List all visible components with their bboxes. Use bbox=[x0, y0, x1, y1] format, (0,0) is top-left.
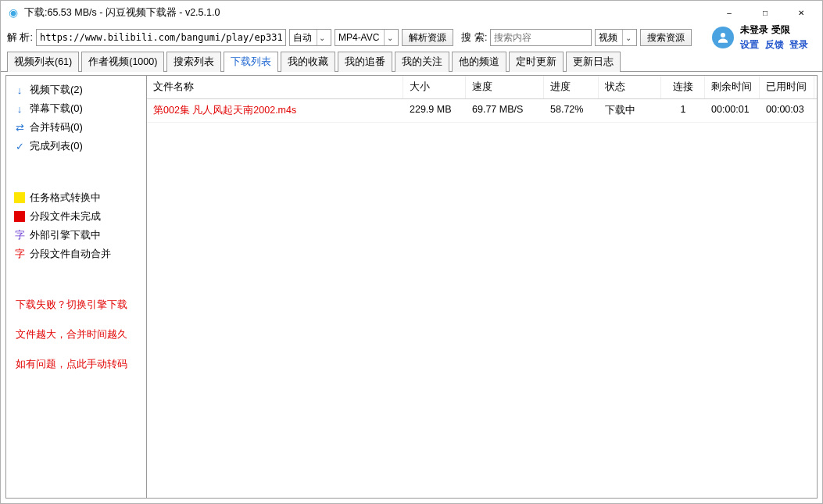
tab[interactable]: 下载列表 bbox=[224, 52, 278, 72]
sidebar-item-label: 弹幕下载(0) bbox=[30, 102, 83, 116]
sidebar: ↓视频下载(2)↓弹幕下载(0)⇄合并转码(0)✓完成列表(0) 任务格式转换中… bbox=[6, 76, 147, 498]
legend-char-icon: 字 bbox=[14, 248, 25, 259]
chevron-down-icon: ⌄ bbox=[384, 30, 398, 45]
cell-status: 下载中 bbox=[599, 99, 661, 122]
tab[interactable]: 我的追番 bbox=[338, 52, 392, 72]
legend-label: 外部引擎下载中 bbox=[30, 228, 101, 242]
cell-speed: 69.77 MB/S bbox=[466, 99, 544, 122]
parse-label: 解 析: bbox=[7, 31, 33, 45]
legend-label: 分段文件自动合并 bbox=[30, 247, 111, 261]
chevron-down-icon: ⌄ bbox=[622, 30, 636, 45]
login-link[interactable]: 登录 bbox=[789, 39, 808, 50]
col-header-size[interactable]: 大小 bbox=[403, 76, 466, 98]
sidebar-item[interactable]: ↓视频下载(2) bbox=[9, 80, 143, 99]
legend-item: 任务格式转换中 bbox=[9, 188, 143, 207]
arrow-icon: ↓ bbox=[14, 84, 25, 95]
search-label: 搜 索: bbox=[461, 31, 487, 45]
sidebar-item[interactable]: ✓完成列表(0) bbox=[9, 137, 143, 155]
app-window: ◉ 下载:65.53 MB/s - 闪豆视频下载器 - v2.5.1.0 – □… bbox=[0, 0, 823, 504]
tab[interactable]: 我的收藏 bbox=[281, 52, 335, 72]
search-button[interactable]: 搜索资源 bbox=[640, 29, 692, 46]
main-toolbar: 解 析: 自动⌄ MP4-AVC⌄ 解析资源 搜 索: 视频⌄ 搜索资源 未登录… bbox=[1, 24, 822, 51]
search-input[interactable] bbox=[490, 29, 592, 46]
sidebar-item[interactable]: ↓弹幕下载(0) bbox=[9, 99, 143, 118]
arrow-icon: ↓ bbox=[14, 103, 25, 114]
col-header-used[interactable]: 已用时间 bbox=[760, 76, 814, 98]
cell-name: 第002集 凡人风起天南2002.m4s bbox=[147, 99, 403, 122]
sidebar-item[interactable]: ⇄合并转码(0) bbox=[9, 118, 143, 137]
col-header-conn[interactable]: 连接 bbox=[661, 76, 705, 98]
tip-link[interactable]: 如有问题，点此手动转码 bbox=[9, 356, 143, 373]
cell-size: 229.9 MB bbox=[403, 99, 466, 122]
mode-select[interactable]: 自动⌄ bbox=[289, 29, 331, 46]
sidebar-item-label: 完成列表(0) bbox=[30, 139, 83, 153]
svg-point-0 bbox=[721, 33, 725, 38]
cell-progress: 58.72% bbox=[544, 99, 599, 122]
legend-label: 分段文件未完成 bbox=[30, 209, 101, 223]
sidebar-item-label: 视频下载(2) bbox=[30, 83, 83, 97]
legend-color-icon bbox=[14, 211, 25, 222]
content-area: ↓视频下载(2)↓弹幕下载(0)⇄合并转码(0)✓完成列表(0) 任务格式转换中… bbox=[5, 75, 818, 499]
table-row[interactable]: 第002集 凡人风起天南2002.m4s229.9 MB69.77 MB/S58… bbox=[147, 99, 817, 123]
chevron-down-icon: ⌄ bbox=[317, 30, 331, 45]
format-select[interactable]: MP4-AVC⌄ bbox=[335, 29, 399, 46]
legend-item: 分段文件未完成 bbox=[9, 207, 143, 226]
tab[interactable]: 定时更新 bbox=[509, 52, 564, 72]
table-header: 文件名称 大小 速度 进度 状态 连接 剩余时间 已用时间 bbox=[147, 76, 817, 99]
cell-remain: 00:00:01 bbox=[705, 99, 760, 122]
tip-link[interactable]: 文件越大，合并时间越久 bbox=[9, 326, 143, 343]
user-area: 未登录 受限 设置 反馈 登录 bbox=[712, 23, 816, 52]
sidebar-item-label: 合并转码(0) bbox=[30, 120, 83, 134]
tab[interactable]: 我的关注 bbox=[395, 52, 449, 72]
cell-used: 00:00:03 bbox=[760, 99, 814, 122]
close-button[interactable]: ✕ bbox=[783, 1, 819, 24]
legend-item: 字分段文件自动合并 bbox=[9, 245, 143, 263]
arrow-icon: ✓ bbox=[14, 141, 25, 152]
settings-link[interactable]: 设置 bbox=[740, 39, 759, 50]
col-header-status[interactable]: 状态 bbox=[599, 76, 661, 98]
login-status: 未登录 受限 bbox=[740, 23, 789, 37]
tab[interactable]: 他的频道 bbox=[452, 52, 506, 72]
parse-button[interactable]: 解析资源 bbox=[402, 29, 453, 46]
user-icon bbox=[716, 30, 730, 45]
maximize-button[interactable]: □ bbox=[747, 1, 783, 24]
feedback-link[interactable]: 反馈 bbox=[765, 39, 784, 50]
col-header-progress[interactable]: 进度 bbox=[544, 76, 599, 98]
window-title: 下载:65.53 MB/s - 闪豆视频下载器 - v2.5.1.0 bbox=[24, 6, 220, 20]
legend-color-icon bbox=[14, 192, 25, 203]
tip-link[interactable]: 下载失败？切换引擎下载 bbox=[9, 296, 143, 313]
legend-char-icon: 字 bbox=[14, 230, 25, 241]
legend-label: 任务格式转换中 bbox=[30, 191, 101, 205]
title-bar: ◉ 下载:65.53 MB/s - 闪豆视频下载器 - v2.5.1.0 – □… bbox=[1, 1, 822, 24]
col-header-remain[interactable]: 剩余时间 bbox=[705, 76, 760, 98]
tab[interactable]: 更新日志 bbox=[566, 52, 621, 72]
tab-bar: 视频列表(61)作者视频(1000)搜索列表下载列表我的收藏我的追番我的关注他的… bbox=[1, 51, 822, 72]
arrow-icon: ⇄ bbox=[14, 122, 25, 133]
col-header-name[interactable]: 文件名称 bbox=[147, 76, 403, 98]
cell-conn: 1 bbox=[661, 99, 705, 122]
table-body: 第002集 凡人风起天南2002.m4s229.9 MB69.77 MB/S58… bbox=[147, 99, 817, 123]
legend-item: 字外部引擎下载中 bbox=[9, 226, 143, 245]
app-icon: ◉ bbox=[7, 6, 20, 19]
download-panel: 文件名称 大小 速度 进度 状态 连接 剩余时间 已用时间 第002集 凡人风起… bbox=[147, 76, 817, 498]
url-input[interactable] bbox=[36, 29, 286, 46]
avatar[interactable] bbox=[712, 27, 734, 48]
col-header-speed[interactable]: 速度 bbox=[466, 76, 544, 98]
tab[interactable]: 视频列表(61) bbox=[7, 52, 79, 72]
tab[interactable]: 作者视频(1000) bbox=[81, 52, 164, 72]
tab[interactable]: 搜索列表 bbox=[166, 52, 221, 72]
minimize-button[interactable]: – bbox=[711, 1, 747, 24]
search-type-select[interactable]: 视频⌄ bbox=[595, 29, 637, 46]
